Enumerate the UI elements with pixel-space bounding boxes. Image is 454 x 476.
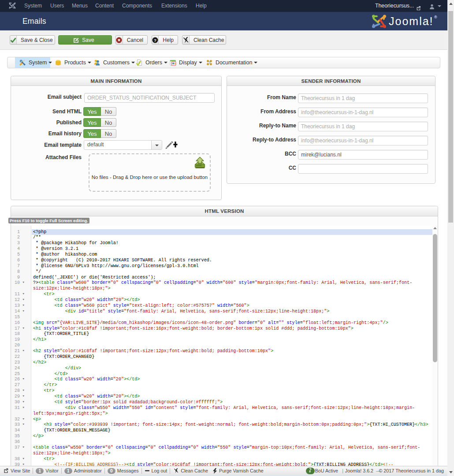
- svg-text:?: ?: [154, 37, 156, 42]
- svg-text:?: ?: [208, 60, 210, 65]
